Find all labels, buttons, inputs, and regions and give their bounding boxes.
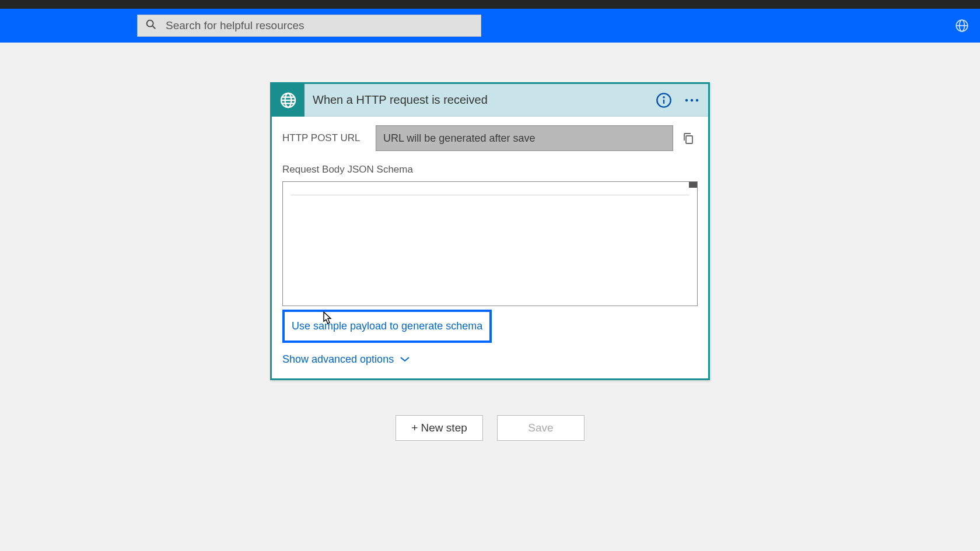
post-url-field: URL will be generated after save [376, 125, 673, 151]
show-advanced-options[interactable]: Show advanced options [282, 353, 698, 366]
scrollbar-thumb[interactable] [689, 182, 697, 188]
chevron-down-icon [400, 353, 410, 366]
schema-label: Request Body JSON Schema [282, 164, 698, 176]
card-title: When a HTTP request is received [304, 93, 652, 107]
footer-actions: + New step Save [396, 415, 584, 441]
svg-point-15 [696, 99, 698, 101]
new-step-button[interactable]: + New step [396, 415, 483, 441]
save-button: Save [497, 415, 584, 441]
url-value: URL will be generated after save [383, 132, 535, 145]
http-icon [272, 84, 304, 117]
info-button[interactable] [652, 89, 676, 112]
browser-tab-bar [0, 0, 980, 9]
sample-payload-highlight: Use sample payload to generate schema [282, 310, 492, 343]
copy-url-button[interactable] [679, 129, 698, 148]
svg-point-12 [663, 97, 664, 97]
use-sample-payload-link[interactable]: Use sample payload to generate schema [292, 320, 482, 332]
svg-rect-16 [686, 136, 692, 143]
advanced-label: Show advanced options [282, 353, 394, 366]
trigger-card: When a HTTP request is received HTTP POS… [270, 82, 710, 380]
url-label: HTTP POST URL [282, 132, 370, 144]
globe-help-icon[interactable] [953, 17, 971, 34]
svg-point-0 [147, 20, 153, 27]
app-header [0, 9, 980, 43]
designer-canvas: When a HTTP request is received HTTP POS… [0, 43, 980, 441]
more-menu-button[interactable] [680, 89, 704, 112]
svg-line-1 [153, 26, 156, 29]
schema-line [291, 185, 689, 195]
svg-point-13 [685, 99, 688, 101]
svg-point-14 [691, 99, 693, 101]
schema-textarea[interactable] [282, 181, 698, 306]
card-header[interactable]: When a HTTP request is received [272, 84, 708, 117]
search-input[interactable] [166, 19, 474, 32]
card-body: HTTP POST URL URL will be generated afte… [272, 117, 708, 378]
search-box[interactable] [137, 15, 481, 37]
search-icon [145, 18, 158, 33]
